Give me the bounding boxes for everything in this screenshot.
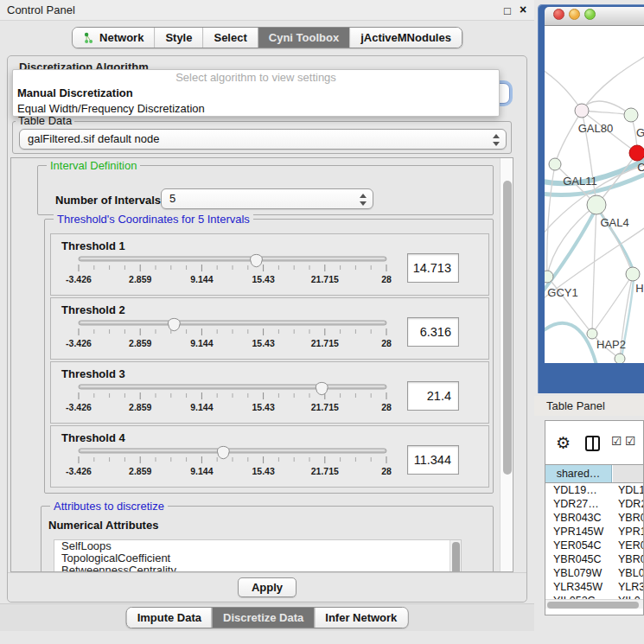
tab-jactivemnodules[interactable]: jActiveMNodules xyxy=(349,28,462,48)
table-row[interactable]: YLR345WYLR3 xyxy=(545,580,644,594)
network-node-gal11[interactable] xyxy=(549,158,561,170)
attribute-item-betweennesscentrality[interactable]: BetweennessCentrality xyxy=(54,564,461,572)
algorithm-option-manual-discretization[interactable]: Manual Discretization xyxy=(13,86,499,101)
table-header-shared-name[interactable]: shared… xyxy=(545,465,612,482)
table-header-name[interactable]: n xyxy=(613,465,644,482)
table-row[interactable]: YBR045CYBR0 xyxy=(545,552,644,566)
tab-cyni-toolbox[interactable]: Cyni Toolbox xyxy=(258,28,349,48)
tab-select[interactable]: Select xyxy=(202,28,257,48)
svg-text:2.859: 2.859 xyxy=(129,274,151,284)
gear-icon[interactable]: ⚙ xyxy=(556,433,571,453)
table-row[interactable]: YBR043CYBR0 xyxy=(545,511,644,525)
threshold-4-slider[interactable]: -3.4262.8599.14415.4321.71528 xyxy=(61,443,407,483)
network-node-label: H xyxy=(635,282,643,295)
control-panel-title: Control Panel xyxy=(7,3,75,16)
network-canvas[interactable]: GAL80GCGAL11GAL4GCY1HHAP2 xyxy=(545,26,644,363)
attributes-scrollbar-thumb[interactable] xyxy=(452,542,460,572)
threshold-4-value-field[interactable] xyxy=(407,445,459,475)
threshold-2-slider[interactable]: -3.4262.8599.14415.4321.71528 xyxy=(61,316,407,355)
checkbox-icon[interactable]: ☑ xyxy=(611,434,622,448)
svg-text:-3.426: -3.426 xyxy=(66,338,92,348)
table-row[interactable]: YBL079WYBL0 xyxy=(545,566,644,580)
threshold-4-label: Threshold 4 xyxy=(61,431,125,444)
threshold-3-value-field[interactable] xyxy=(407,381,459,411)
table-row[interactable]: YDL19…YDL1 xyxy=(545,483,644,497)
svg-text:28: 28 xyxy=(381,274,392,284)
attribute-item-selfloops[interactable]: SelfLoops xyxy=(54,540,461,552)
bottom-tab-discretize-data[interactable]: Discretize Data xyxy=(212,608,314,628)
cell-shared-name[interactable]: YER054C xyxy=(553,539,602,552)
svg-text:21.715: 21.715 xyxy=(311,466,339,476)
cell-shared-name[interactable]: YBR045C xyxy=(553,552,602,566)
threshold-1-value-field[interactable] xyxy=(407,253,459,283)
network-node-gal4[interactable] xyxy=(587,195,606,214)
float-window-icon[interactable]: □ xyxy=(504,4,511,17)
svg-text:21.715: 21.715 xyxy=(311,338,339,348)
cell-name[interactable]: YBL0 xyxy=(618,566,644,580)
network-node-label: GAL11 xyxy=(563,175,597,188)
apply-button[interactable]: Apply xyxy=(238,577,296,597)
mac-zoom-icon[interactable] xyxy=(584,9,596,20)
cell-name[interactable]: YDR2 xyxy=(618,497,644,511)
cell-name[interactable]: YER0 xyxy=(618,539,644,552)
network-icon xyxy=(83,32,95,44)
table-panel-titlebar: Table Panel xyxy=(534,396,644,416)
table-row[interactable]: YER054CYER0 xyxy=(545,539,644,552)
application-window: Control Panel □ × NetworkStyleSelectCyni… xyxy=(0,0,644,644)
cell-shared-name[interactable]: YDL19… xyxy=(553,483,597,497)
table-hscrollbar-thumb[interactable] xyxy=(547,602,639,609)
attribute-item-topologicalcoefficient[interactable]: TopologicalCoefficient xyxy=(54,552,461,564)
table-horizontal-scrollbar xyxy=(545,599,643,609)
cell-shared-name[interactable]: YDR27… xyxy=(553,497,599,511)
network-node-label: GAL80 xyxy=(578,122,613,135)
cell-name[interactable]: YBR0 xyxy=(618,552,644,566)
svg-text:15.43: 15.43 xyxy=(252,402,274,412)
table-data-combobox[interactable]: galFiltered.sif default node xyxy=(19,129,507,150)
mac-minimize-icon[interactable] xyxy=(569,9,580,20)
threshold-2-slider-thumb[interactable] xyxy=(168,318,180,330)
algorithm-option-equal-width-frequency-discretization[interactable]: Equal Width/Frequency Discretization xyxy=(13,101,499,117)
cell-name[interactable]: YPR1 xyxy=(618,525,644,539)
threshold-3-slider-thumb[interactable] xyxy=(316,382,328,394)
cell-shared-name[interactable]: YBR043C xyxy=(553,511,602,525)
tab-network[interactable]: Network xyxy=(73,28,154,48)
svg-text:-3.426: -3.426 xyxy=(66,466,92,476)
bottom-tab-impute-data[interactable]: Impute Data xyxy=(127,608,212,628)
threshold-1-slider-thumb[interactable] xyxy=(250,254,262,266)
settings-scrollbar-thumb[interactable] xyxy=(503,181,512,475)
network-node-c[interactable] xyxy=(629,145,644,161)
threshold-1-label: Threshold 1 xyxy=(61,239,125,252)
stepper-icon xyxy=(359,193,367,207)
threshold-2-value-field[interactable] xyxy=(407,317,459,347)
network-node-h[interactable] xyxy=(626,267,640,281)
threshold-1-slider[interactable]: -3.4262.8599.14415.4321.71528 xyxy=(61,252,407,291)
number-of-intervals-combobox[interactable]: 5 xyxy=(161,188,373,209)
cell-shared-name[interactable]: YBL079W xyxy=(553,566,602,580)
bottom-tab-infer-network[interactable]: Infer Network xyxy=(314,608,407,628)
threshold-4-slider-thumb[interactable] xyxy=(217,446,229,458)
table-data-combobox-value: galFiltered.sif default node xyxy=(28,132,159,145)
checkbox-icon[interactable]: ☑ xyxy=(625,434,636,448)
tab-style[interactable]: Style xyxy=(154,28,202,48)
network-node-g[interactable] xyxy=(624,108,638,122)
table-row[interactable]: YPR145WYPR1 xyxy=(545,525,644,539)
cell-name[interactable]: YLR3 xyxy=(618,580,644,594)
network-node-label: C xyxy=(637,161,644,174)
algorithm-dropdown-placeholder: Select algorithm to view settings xyxy=(13,70,499,86)
tab-label: Select xyxy=(214,31,246,44)
threshold-3-slider[interactable]: -3.4262.8599.14415.4321.71528 xyxy=(61,379,407,419)
table-header-row: shared… n xyxy=(545,464,644,483)
network-node-gcy1[interactable] xyxy=(545,271,553,283)
svg-text:2.859: 2.859 xyxy=(129,338,151,348)
cell-name[interactable]: YDL1 xyxy=(618,483,644,497)
cell-shared-name[interactable]: YPR145W xyxy=(553,525,603,539)
cell-name[interactable]: YBR0 xyxy=(618,511,644,525)
mac-close-icon[interactable] xyxy=(553,9,564,20)
network-node-partial[interactable] xyxy=(615,354,625,363)
network-node-gal80[interactable] xyxy=(575,104,589,118)
cell-shared-name[interactable]: YLR345W xyxy=(553,580,603,594)
close-window-icon[interactable]: × xyxy=(520,3,526,16)
cyni-mode-tab-bar: Impute DataDiscretize DataInfer Network xyxy=(126,607,409,628)
columns-icon[interactable] xyxy=(585,436,600,451)
table-row[interactable]: YDR27…YDR2 xyxy=(545,497,644,511)
